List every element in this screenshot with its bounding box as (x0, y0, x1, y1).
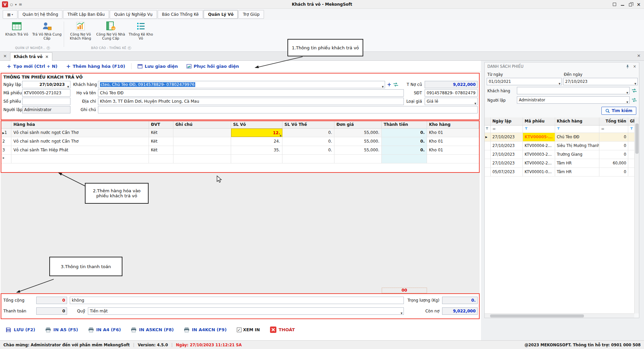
cell-sl-vo-the[interactable] (282, 155, 334, 163)
cell-kho-hang[interactable]: Kho 01 (427, 146, 479, 154)
cell-sl-vo-the[interactable]: 0. (282, 137, 334, 146)
tab-close-icon[interactable]: × (45, 54, 49, 59)
ribbon-button-cong-no-vo-kh[interactable]: Công Nợ Vỏ Khách Hàng (66, 21, 95, 45)
pcell-gh[interactable] (628, 142, 634, 150)
cell-dvt[interactable]: Két (149, 146, 173, 154)
scrollbar-thumb[interactable] (635, 123, 639, 154)
panel-horizontal-scrollbar[interactable] (485, 313, 634, 318)
col-sl-vo-the[interactable]: SL Vỏ Thế (282, 121, 334, 128)
col-thanh-tien[interactable]: Thành tiền (382, 121, 427, 128)
cell-thanh-tien[interactable]: 0. (382, 137, 427, 146)
pcell-customer[interactable]: Siêu Thị Mường Thanh (555, 142, 599, 150)
save-button[interactable]: LƯU (F2) (5, 327, 35, 333)
cell-kho-hang[interactable] (427, 155, 479, 163)
pcell-date[interactable]: 27/10/2023 (491, 133, 523, 141)
ribbon-button-tra-vo-ncc[interactable]: Trả Vỏ Nhà Cung Cấp (32, 21, 62, 45)
refresh-creator-icon[interactable] (632, 98, 637, 102)
khach-hang-combobox[interactable]: cteo, Chú Tèo ĐĐ, 0914578829- 0780247997… (98, 81, 385, 88)
pcell-date[interactable]: 27/10/2023 (491, 150, 523, 159)
tab-tro-giup[interactable]: Trợ Giúp (238, 10, 264, 19)
refresh-customer-icon[interactable] (632, 88, 637, 93)
cell-hang-hoa[interactable]: Vỏ chai sành nước ngọt Cần Thơ (11, 137, 149, 146)
cell-thanh-tien[interactable]: 0. (382, 129, 427, 137)
tabbar-close-icon[interactable]: × (2, 53, 8, 59)
col-hang-hoa[interactable]: Hàng hóa (11, 121, 149, 128)
pcell-total[interactable]: 60,000 (599, 159, 628, 167)
grid-row[interactable]: ▶1 Vỏ chai sành nước ngọt Cần Thơ Két 12… (1, 129, 479, 137)
cell-ghi-chu[interactable] (173, 155, 231, 163)
pcol-ngay-lap[interactable]: Ngày lập (491, 117, 523, 125)
cell-thanh-tien[interactable] (382, 155, 427, 163)
panel-vertical-scrollbar[interactable] (634, 117, 639, 313)
pcell-gh[interactable] (628, 133, 634, 141)
filter-equals-icon[interactable]: = (491, 126, 523, 133)
pcol-ma-phieu[interactable]: Mã phiếu (523, 117, 555, 125)
pcell-customer[interactable]: Tâm HR (555, 159, 599, 167)
voucher-row[interactable]: 05/07/2023 KTV00001-0... Tâm HR 0 (485, 168, 634, 177)
col-dvt[interactable]: ĐVT (149, 121, 173, 128)
cell-don-gia[interactable]: 55,000. (334, 129, 382, 137)
pcell-date[interactable]: 27/10/2023 (491, 159, 523, 167)
voucher-row[interactable]: 27/10/2023 KTV00002-2... Tâm HR 60,000 (485, 159, 634, 168)
pcol-khach-hang[interactable]: Khách hàng (555, 117, 599, 125)
pcell-code[interactable]: KTV00005-... (523, 133, 555, 141)
filter-icon[interactable] (525, 127, 528, 130)
minimize-icon[interactable] (621, 3, 624, 6)
pcell-total[interactable]: 0 (599, 168, 628, 176)
close-icon[interactable]: × (637, 2, 641, 6)
fit-screen-icon[interactable] (613, 3, 616, 6)
pcell-total[interactable]: 0 (599, 142, 628, 150)
cell-sl-vo-the[interactable]: 0. (282, 129, 334, 137)
panel-khach-hang-combobox[interactable]: ▼ (517, 87, 630, 94)
search-button[interactable]: Tìm kiếm (601, 107, 636, 115)
col-sl-vo[interactable]: SL Vỏ (231, 121, 282, 128)
ngay-lap-datepicker[interactable]: 27/10/2023▼ (22, 81, 70, 88)
thanh-toan-field[interactable]: 0 (36, 307, 67, 315)
pcell-date[interactable]: 05/07/2023 (491, 168, 523, 176)
filter-icon[interactable] (630, 127, 633, 130)
cell-don-gia[interactable]: 55,000. (334, 137, 382, 146)
cell-kho-hang[interactable]: Kho 01 (427, 137, 479, 146)
ho-ten-field[interactable]: Chú Tèo ĐĐ (98, 89, 404, 97)
tu-ngay-datepicker[interactable]: 01/10/2021▼ (487, 78, 562, 85)
ghi-chu-field[interactable] (98, 106, 478, 113)
cell-don-gia[interactable] (334, 155, 382, 163)
panel-nguoi-lap-combobox[interactable]: Administrator▼ (517, 96, 630, 104)
pcell-total[interactable]: 0 (599, 133, 628, 141)
pcell-code[interactable]: KTV00002-2... (523, 159, 555, 167)
pcell-total[interactable]: 0 (599, 150, 628, 159)
pcol-gh[interactable]: Gh (628, 117, 634, 125)
amount-in-words-field[interactable]: không (70, 297, 404, 304)
exit-button[interactable]: THOÁT (270, 327, 295, 333)
xem-in-checkbox[interactable]: ✓ XEM IN (237, 327, 260, 332)
tab-quan-tri-he-thong[interactable]: Quản trị hệ thống (18, 10, 62, 19)
quy-select[interactable]: Tiền mặt▼ (88, 307, 404, 315)
voucher-row[interactable]: 27/10/2023 KTV00004-2... Siêu Thị Mường … (485, 142, 634, 150)
loai-gia-select[interactable]: Giá lẻ▼ (425, 98, 478, 105)
print-a4kcn-button[interactable]: IN A4KCN (F9) (184, 327, 227, 333)
so-phieu-field[interactable] (22, 98, 70, 105)
tab-bao-cao-thong-ke[interactable]: Báo Cáo Thống Kê (158, 10, 203, 19)
tab-quan-ly-vo[interactable]: Quản Lý Vỏ (204, 10, 238, 19)
cell-kho-hang[interactable]: Kho 01 (427, 129, 479, 137)
ma-phieu-field[interactable]: KTV00005-271023 (22, 89, 70, 97)
sdt-field[interactable]: 0914578829- 07802479 (425, 89, 478, 97)
filter-icon[interactable] (485, 127, 489, 130)
document-tab-khach-tra-vo[interactable]: Khách trả vỏ × (10, 52, 52, 61)
pcell-gh[interactable] (628, 168, 634, 176)
filter-equals-icon[interactable]: = (599, 126, 628, 133)
restore-icon[interactable] (629, 3, 632, 6)
checkbox-checked-icon[interactable]: ✓ (237, 328, 241, 332)
cell-sl-vo-editing[interactable]: 12.▼ (231, 129, 282, 137)
scrollbar-thumb[interactable] (490, 314, 584, 317)
cell-ghi-chu[interactable] (173, 137, 231, 146)
cell-ghi-chu[interactable] (173, 146, 231, 154)
col-kho-hang[interactable]: Kho hàng (427, 121, 479, 128)
cell-don-gia[interactable]: 55,000. (334, 146, 382, 154)
cell-dvt[interactable]: Két (149, 137, 173, 146)
panel-close-icon[interactable]: × (633, 64, 636, 69)
print-a4-button[interactable]: IN A4 (F6) (88, 327, 121, 333)
restore-layout-button[interactable]: Phục hồi giao diện (184, 64, 241, 69)
pcell-customer[interactable]: Tâm HR (555, 168, 599, 176)
cell-sl-vo[interactable]: 24. (231, 137, 282, 146)
